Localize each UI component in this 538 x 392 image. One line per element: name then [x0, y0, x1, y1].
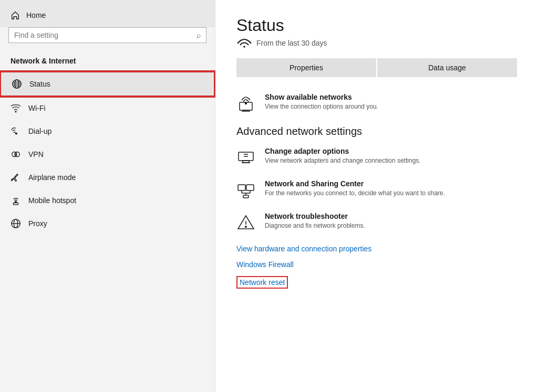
svg-point-4 — [16, 133, 17, 134]
sharing-center-text: Network and Sharing Center For the netwo… — [265, 179, 445, 197]
show-networks-icon — [236, 94, 255, 113]
properties-button[interactable]: Properties — [236, 58, 376, 77]
sharing-center-desc: For the networks you connect to, decide … — [265, 189, 445, 197]
svg-point-3 — [15, 111, 16, 112]
sidebar-item-status[interactable]: Status — [0, 71, 215, 97]
section-title: Network & Internet — [0, 51, 215, 71]
troubleshooter-icon — [236, 213, 255, 232]
show-networks-item[interactable]: Show available networks View the connect… — [236, 93, 517, 113]
change-adapter-item[interactable]: Change adapter options View network adap… — [236, 147, 517, 167]
globe-icon — [12, 79, 22, 89]
sidebar-item-proxy-label: Proxy — [28, 219, 47, 228]
search-input[interactable] — [14, 31, 192, 39]
show-networks-title: Show available networks — [265, 93, 378, 101]
svg-rect-23 — [246, 185, 254, 190]
advanced-section-heading: Advanced network settings — [236, 125, 517, 137]
main-content: Status From the last 30 days Properties … — [215, 0, 538, 392]
network-status-icon — [236, 38, 252, 48]
svg-point-7 — [15, 201, 17, 203]
sharing-center-title: Network and Sharing Center — [265, 179, 445, 188]
status-subtitle: From the last 30 days — [236, 38, 517, 48]
page-title: Status — [236, 16, 517, 35]
sharing-center-icon — [236, 181, 255, 199]
svg-point-16 — [245, 103, 247, 104]
proxy-icon — [11, 218, 21, 229]
svg-rect-8 — [13, 203, 18, 205]
svg-rect-28 — [243, 195, 249, 198]
sidebar-item-wifi[interactable]: Wi-Fi — [0, 97, 215, 120]
sidebar-item-vpn[interactable]: VPN — [0, 143, 215, 166]
svg-point-12 — [243, 46, 245, 48]
show-networks-text: Show available networks View the connect… — [265, 93, 378, 110]
sidebar-item-dialup-label: Dial-up — [28, 127, 51, 135]
troubleshooter-title: Network troubleshooter — [265, 212, 365, 220]
sidebar-item-airplane-label: Airplane mode — [28, 173, 76, 182]
hotspot-icon — [11, 195, 21, 206]
sidebar-item-hotspot[interactable]: Mobile hotspot — [0, 189, 215, 212]
search-container: ⌕ — [0, 27, 215, 51]
home-label: Home — [26, 11, 46, 19]
sidebar-item-airplane[interactable]: Airplane mode — [0, 166, 215, 189]
hardware-props-link[interactable]: View hardware and connection properties — [236, 245, 517, 253]
change-adapter-desc: View network adapters and change connect… — [265, 157, 421, 164]
troubleshooter-desc: Diagnose and fix network problems. — [265, 222, 365, 229]
change-adapter-title: Change adapter options — [265, 147, 421, 155]
home-icon — [11, 10, 20, 20]
troubleshooter-item[interactable]: Network troubleshooter Diagnose and fix … — [236, 212, 517, 232]
data-usage-button[interactable]: Data usage — [377, 58, 517, 77]
search-box: ⌕ — [8, 27, 206, 43]
sidebar-item-wifi-label: Wi-Fi — [28, 104, 46, 112]
top-buttons: Properties Data usage — [236, 58, 517, 77]
sidebar-item-proxy[interactable]: Proxy — [0, 212, 215, 235]
wifi-icon — [11, 103, 21, 113]
troubleshooter-text: Network troubleshooter Diagnose and fix … — [265, 212, 365, 229]
sidebar-item-hotspot-label: Mobile hotspot — [28, 196, 76, 205]
svg-rect-22 — [238, 185, 245, 190]
sidebar-item-home[interactable]: Home — [0, 0, 215, 27]
svg-point-30 — [245, 226, 246, 227]
firewall-link[interactable]: Windows Firewall — [236, 260, 517, 269]
sidebar-item-dialup[interactable]: Dial-up — [0, 120, 215, 143]
sidebar-item-vpn-label: VPN — [28, 150, 44, 158]
sidebar: Home ⌕ Network & Internet Status Wi-Fi — [0, 0, 215, 392]
change-adapter-icon — [236, 148, 255, 167]
change-adapter-text: Change adapter options View network adap… — [265, 147, 421, 164]
sharing-center-item[interactable]: Network and Sharing Center For the netwo… — [236, 179, 517, 199]
show-networks-desc: View the connection options around you. — [265, 103, 378, 110]
search-icon: ⌕ — [196, 31, 201, 39]
status-subtitle-text: From the last 30 days — [256, 39, 327, 47]
vpn-icon — [11, 149, 21, 160]
dialup-icon — [11, 126, 21, 136]
sidebar-item-status-label: Status — [29, 80, 50, 88]
airplane-icon — [11, 172, 21, 183]
network-reset-link[interactable]: Network reset — [236, 276, 288, 289]
